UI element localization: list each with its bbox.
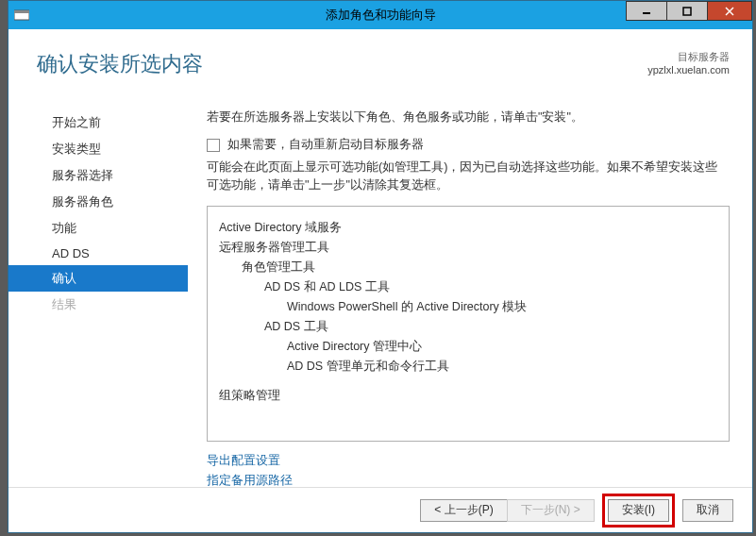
tree-item: 角色管理工具 — [242, 260, 717, 276]
links: 导出配置设置 指定备用源路径 — [207, 453, 730, 489]
tree-item: AD DS 和 AD LDS 工具 — [264, 279, 717, 295]
body: 开始之前 安装类型 服务器选择 服务器角色 功能 AD DS 确认 结果 若要在… — [8, 109, 752, 487]
sidebar-item-install-type[interactable]: 安装类型 — [8, 136, 188, 162]
tree-item: 远程服务器管理工具 — [219, 240, 717, 256]
titlebar: 添加角色和功能向导 — [8, 1, 752, 29]
sidebar-item-confirmation[interactable]: 确认 — [8, 265, 188, 292]
selection-tree: Active Directory 域服务 远程服务器管理工具 角色管理工具 AD… — [207, 206, 730, 442]
checkbox-label: 如果需要，自动重新启动目标服务器 — [227, 137, 424, 153]
note-text: 可能会在此页面上显示可选功能(如管理工具)，因为已自动选择这些功能。如果不希望安… — [207, 159, 730, 194]
tree-item: Windows PowerShell 的 Active Directory 模块 — [287, 299, 717, 315]
window-title: 添加角色和功能向导 — [326, 7, 436, 24]
main-panel: 若要在所选服务器上安装以下角色、角色服务或功能，请单击"安装"。 如果需要，自动… — [188, 109, 752, 487]
sidebar-item-adds[interactable]: AD DS — [8, 242, 188, 265]
destination-value: ypzlxl.xuelan.com — [647, 64, 730, 75]
next-button: 下一步(N) > — [507, 499, 595, 522]
header-row: 确认安装所选内容 目标服务器 ypzlxl.xuelan.com — [8, 29, 752, 78]
install-highlight: 安装(I) — [602, 494, 675, 528]
page-title: 确认安装所选内容 — [37, 50, 203, 78]
window-controls — [627, 1, 752, 21]
sidebar-item-server-roles[interactable]: 服务器角色 — [8, 189, 188, 215]
checkbox-icon[interactable] — [207, 139, 220, 152]
nav-button-group: < 上一步(P) 下一步(N) > — [420, 499, 594, 522]
sidebar: 开始之前 安装类型 服务器选择 服务器角色 功能 AD DS 确认 结果 — [8, 109, 188, 487]
content-area: 确认安装所选内容 目标服务器 ypzlxl.xuelan.com 开始之前 安装… — [8, 29, 752, 532]
minimize-button[interactable] — [626, 1, 667, 21]
restart-checkbox-row[interactable]: 如果需要，自动重新启动目标服务器 — [207, 137, 730, 153]
tree-item: AD DS 管理单元和命令行工具 — [287, 359, 717, 375]
maximize-button[interactable] — [666, 1, 708, 21]
destination-label: 目标服务器 — [647, 50, 730, 64]
destination-box: 目标服务器 ypzlxl.xuelan.com — [647, 50, 730, 75]
sidebar-item-features[interactable]: 功能 — [8, 215, 188, 242]
intro-text: 若要在所选服务器上安装以下角色、角色服务或功能，请单击"安装"。 — [207, 109, 730, 126]
sidebar-item-server-selection[interactable]: 服务器选择 — [8, 162, 188, 189]
sidebar-item-before-you-begin[interactable]: 开始之前 — [8, 109, 188, 136]
sidebar-item-results: 结果 — [8, 292, 188, 318]
install-button[interactable]: 安装(I) — [608, 499, 669, 522]
tree-item: 组策略管理 — [219, 388, 717, 404]
tree-item: AD DS 工具 — [264, 319, 717, 335]
tree-item: Active Directory 域服务 — [219, 220, 717, 236]
svg-rect-1 — [14, 10, 29, 13]
app-icon — [8, 1, 35, 29]
export-config-link[interactable]: 导出配置设置 — [207, 453, 730, 469]
wizard-window: 添加角色和功能向导 确认安装所选内容 目标服务器 ypzlxl.xuelan.c… — [8, 0, 753, 533]
alt-source-link[interactable]: 指定备用源路径 — [207, 473, 730, 489]
svg-rect-3 — [683, 8, 691, 15]
close-button[interactable] — [707, 1, 752, 21]
cancel-button[interactable]: 取消 — [682, 499, 733, 522]
previous-button[interactable]: < 上一步(P) — [420, 499, 506, 522]
footer: < 上一步(P) 下一步(N) > 安装(I) 取消 — [8, 487, 752, 532]
tree-item: Active Directory 管理中心 — [287, 339, 717, 355]
